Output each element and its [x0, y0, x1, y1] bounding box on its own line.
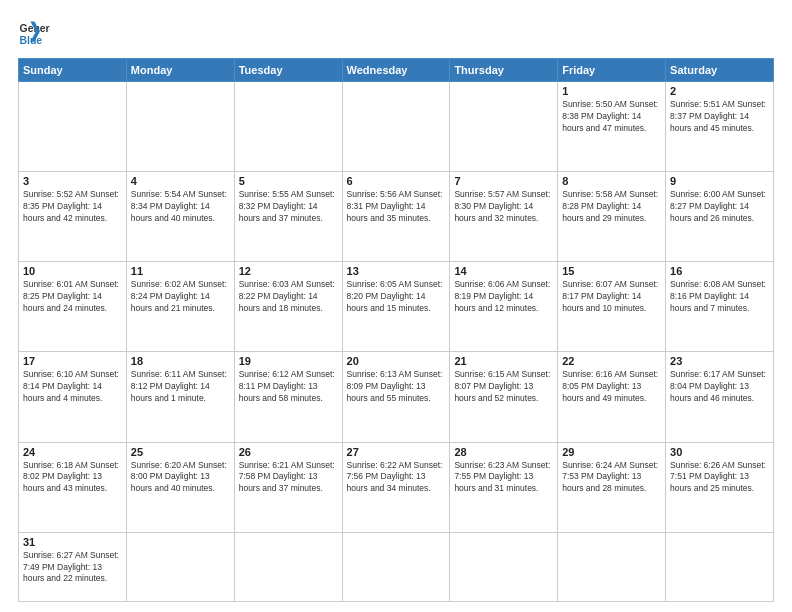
day-number: 29 — [562, 446, 661, 458]
weekday-header-sunday: Sunday — [19, 59, 127, 82]
weekday-header-tuesday: Tuesday — [234, 59, 342, 82]
logo: General Blue — [18, 18, 50, 50]
day-info: Sunrise: 6:10 AM Sunset: 8:14 PM Dayligh… — [23, 369, 122, 405]
calendar-cell — [234, 532, 342, 601]
day-info: Sunrise: 6:00 AM Sunset: 8:27 PM Dayligh… — [670, 189, 769, 225]
calendar-cell: 6Sunrise: 5:56 AM Sunset: 8:31 PM Daylig… — [342, 172, 450, 262]
calendar-cell: 7Sunrise: 5:57 AM Sunset: 8:30 PM Daylig… — [450, 172, 558, 262]
day-info: Sunrise: 6:20 AM Sunset: 8:00 PM Dayligh… — [131, 460, 230, 496]
day-number: 18 — [131, 355, 230, 367]
day-info: Sunrise: 5:56 AM Sunset: 8:31 PM Dayligh… — [347, 189, 446, 225]
svg-text:Blue: Blue — [20, 35, 43, 46]
calendar-cell: 19Sunrise: 6:12 AM Sunset: 8:11 PM Dayli… — [234, 352, 342, 442]
weekday-header-wednesday: Wednesday — [342, 59, 450, 82]
day-number: 4 — [131, 175, 230, 187]
calendar-cell — [342, 532, 450, 601]
calendar-cell — [19, 82, 127, 172]
day-number: 12 — [239, 265, 338, 277]
weekday-header-row: SundayMondayTuesdayWednesdayThursdayFrid… — [19, 59, 774, 82]
calendar-cell: 22Sunrise: 6:16 AM Sunset: 8:05 PM Dayli… — [558, 352, 666, 442]
calendar-cell — [342, 82, 450, 172]
calendar-table: SundayMondayTuesdayWednesdayThursdayFrid… — [18, 58, 774, 602]
day-number: 16 — [670, 265, 769, 277]
calendar-cell: 2Sunrise: 5:51 AM Sunset: 8:37 PM Daylig… — [666, 82, 774, 172]
calendar-cell: 14Sunrise: 6:06 AM Sunset: 8:19 PM Dayli… — [450, 262, 558, 352]
day-info: Sunrise: 6:08 AM Sunset: 8:16 PM Dayligh… — [670, 279, 769, 315]
day-number: 23 — [670, 355, 769, 367]
day-info: Sunrise: 6:17 AM Sunset: 8:04 PM Dayligh… — [670, 369, 769, 405]
day-info: Sunrise: 5:58 AM Sunset: 8:28 PM Dayligh… — [562, 189, 661, 225]
day-info: Sunrise: 6:01 AM Sunset: 8:25 PM Dayligh… — [23, 279, 122, 315]
weekday-header-friday: Friday — [558, 59, 666, 82]
calendar-cell — [450, 82, 558, 172]
calendar-cell — [126, 532, 234, 601]
day-info: Sunrise: 6:06 AM Sunset: 8:19 PM Dayligh… — [454, 279, 553, 315]
calendar-cell: 17Sunrise: 6:10 AM Sunset: 8:14 PM Dayli… — [19, 352, 127, 442]
calendar-cell: 27Sunrise: 6:22 AM Sunset: 7:56 PM Dayli… — [342, 442, 450, 532]
calendar-week-row: 3Sunrise: 5:52 AM Sunset: 8:35 PM Daylig… — [19, 172, 774, 262]
day-info: Sunrise: 6:13 AM Sunset: 8:09 PM Dayligh… — [347, 369, 446, 405]
day-info: Sunrise: 6:18 AM Sunset: 8:02 PM Dayligh… — [23, 460, 122, 496]
header: General Blue — [18, 18, 774, 50]
day-number: 2 — [670, 85, 769, 97]
weekday-header-saturday: Saturday — [666, 59, 774, 82]
day-info: Sunrise: 6:24 AM Sunset: 7:53 PM Dayligh… — [562, 460, 661, 496]
day-number: 14 — [454, 265, 553, 277]
day-number: 13 — [347, 265, 446, 277]
day-info: Sunrise: 5:52 AM Sunset: 8:35 PM Dayligh… — [23, 189, 122, 225]
page: General Blue SundayMondayTuesdayWednesda… — [0, 0, 792, 612]
day-info: Sunrise: 6:12 AM Sunset: 8:11 PM Dayligh… — [239, 369, 338, 405]
day-number: 24 — [23, 446, 122, 458]
day-info: Sunrise: 6:27 AM Sunset: 7:49 PM Dayligh… — [23, 550, 122, 586]
day-number: 7 — [454, 175, 553, 187]
day-number: 31 — [23, 536, 122, 548]
day-number: 3 — [23, 175, 122, 187]
day-number: 27 — [347, 446, 446, 458]
day-number: 8 — [562, 175, 661, 187]
calendar-cell: 25Sunrise: 6:20 AM Sunset: 8:00 PM Dayli… — [126, 442, 234, 532]
calendar-week-row: 17Sunrise: 6:10 AM Sunset: 8:14 PM Dayli… — [19, 352, 774, 442]
day-info: Sunrise: 5:57 AM Sunset: 8:30 PM Dayligh… — [454, 189, 553, 225]
calendar-cell — [450, 532, 558, 601]
calendar-cell: 29Sunrise: 6:24 AM Sunset: 7:53 PM Dayli… — [558, 442, 666, 532]
calendar-cell — [666, 532, 774, 601]
day-number: 26 — [239, 446, 338, 458]
calendar-cell: 21Sunrise: 6:15 AM Sunset: 8:07 PM Dayli… — [450, 352, 558, 442]
day-number: 19 — [239, 355, 338, 367]
day-number: 21 — [454, 355, 553, 367]
calendar-cell: 15Sunrise: 6:07 AM Sunset: 8:17 PM Dayli… — [558, 262, 666, 352]
day-number: 22 — [562, 355, 661, 367]
weekday-header-monday: Monday — [126, 59, 234, 82]
day-number: 6 — [347, 175, 446, 187]
day-info: Sunrise: 5:55 AM Sunset: 8:32 PM Dayligh… — [239, 189, 338, 225]
calendar-week-row: 24Sunrise: 6:18 AM Sunset: 8:02 PM Dayli… — [19, 442, 774, 532]
calendar-cell: 23Sunrise: 6:17 AM Sunset: 8:04 PM Dayli… — [666, 352, 774, 442]
day-info: Sunrise: 5:54 AM Sunset: 8:34 PM Dayligh… — [131, 189, 230, 225]
calendar-cell: 4Sunrise: 5:54 AM Sunset: 8:34 PM Daylig… — [126, 172, 234, 262]
day-number: 28 — [454, 446, 553, 458]
day-number: 10 — [23, 265, 122, 277]
day-info: Sunrise: 6:22 AM Sunset: 7:56 PM Dayligh… — [347, 460, 446, 496]
day-number: 9 — [670, 175, 769, 187]
day-number: 25 — [131, 446, 230, 458]
calendar-cell: 24Sunrise: 6:18 AM Sunset: 8:02 PM Dayli… — [19, 442, 127, 532]
day-info: Sunrise: 5:51 AM Sunset: 8:37 PM Dayligh… — [670, 99, 769, 135]
day-info: Sunrise: 6:15 AM Sunset: 8:07 PM Dayligh… — [454, 369, 553, 405]
calendar-cell: 10Sunrise: 6:01 AM Sunset: 8:25 PM Dayli… — [19, 262, 127, 352]
calendar-cell: 3Sunrise: 5:52 AM Sunset: 8:35 PM Daylig… — [19, 172, 127, 262]
day-info: Sunrise: 6:03 AM Sunset: 8:22 PM Dayligh… — [239, 279, 338, 315]
day-number: 17 — [23, 355, 122, 367]
day-info: Sunrise: 5:50 AM Sunset: 8:38 PM Dayligh… — [562, 99, 661, 135]
calendar-cell: 13Sunrise: 6:05 AM Sunset: 8:20 PM Dayli… — [342, 262, 450, 352]
calendar-cell: 31Sunrise: 6:27 AM Sunset: 7:49 PM Dayli… — [19, 532, 127, 601]
generalblue-logo-icon: General Blue — [18, 18, 50, 50]
day-info: Sunrise: 6:07 AM Sunset: 8:17 PM Dayligh… — [562, 279, 661, 315]
calendar-cell: 1Sunrise: 5:50 AM Sunset: 8:38 PM Daylig… — [558, 82, 666, 172]
calendar-cell: 11Sunrise: 6:02 AM Sunset: 8:24 PM Dayli… — [126, 262, 234, 352]
day-info: Sunrise: 6:23 AM Sunset: 7:55 PM Dayligh… — [454, 460, 553, 496]
day-number: 5 — [239, 175, 338, 187]
calendar-cell: 5Sunrise: 5:55 AM Sunset: 8:32 PM Daylig… — [234, 172, 342, 262]
calendar-cell: 20Sunrise: 6:13 AM Sunset: 8:09 PM Dayli… — [342, 352, 450, 442]
day-info: Sunrise: 6:26 AM Sunset: 7:51 PM Dayligh… — [670, 460, 769, 496]
calendar-cell: 28Sunrise: 6:23 AM Sunset: 7:55 PM Dayli… — [450, 442, 558, 532]
